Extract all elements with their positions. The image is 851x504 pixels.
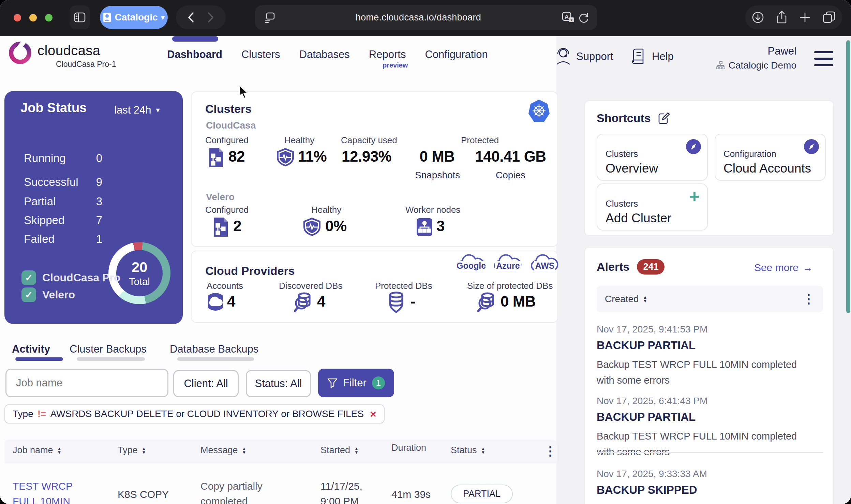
reload-icon[interactable] (578, 12, 590, 24)
healthy-label: Healthy (284, 135, 314, 146)
started-cell: 11/17/25, 9:00 PM (320, 479, 375, 504)
alert-item[interactable]: Nov 17, 2025, 6:41:43 PM BACKUP PARTIAL … (597, 396, 815, 460)
column-header-started[interactable]: Started▲▼ (320, 445, 359, 456)
status-filter-button[interactable]: Status: All (246, 370, 311, 397)
tab-underline (177, 357, 254, 361)
alerts-card: Alerts 241 See more→ Created ▲▼ ⋮ Nov 17… (584, 247, 834, 504)
browser-profile-button[interactable]: Catalogic ▾ (100, 6, 168, 29)
copies-label: Copies (474, 170, 547, 181)
nav-reports[interactable]: Reports preview (369, 48, 406, 61)
chip-close-icon[interactable]: × (370, 408, 376, 420)
column-header-type[interactable]: Type▲▼ (118, 445, 146, 456)
tab-cluster-backups[interactable]: Cluster Backups (70, 343, 147, 355)
size-protected-dbs-icon (477, 292, 496, 312)
clusters-card-title: Clusters (205, 102, 252, 116)
velero-configured-label: Configured (205, 205, 249, 215)
alert-item[interactable]: Nov 17, 2025, 9:33:33 AM BACKUP SKIPPED … (597, 469, 828, 504)
tab-database-backups[interactable]: Database Backups (170, 343, 258, 355)
translate-icon[interactable]: A x (561, 11, 575, 24)
shortcut-add-cluster[interactable]: + Clusters Add Cluster (597, 183, 708, 231)
svg-text:A: A (565, 14, 569, 20)
worker-nodes-value: 3 (436, 218, 445, 235)
discovered-dbs-icon (294, 292, 313, 312)
provider-icons-group: Google Azure AWS (456, 254, 560, 271)
shortcut-clusters-overview[interactable]: Clusters Overview (597, 134, 708, 181)
type-cell: K8S COPY (118, 487, 169, 502)
check-icon: ✓ (21, 270, 36, 285)
cluster-configured-icon (212, 217, 230, 237)
engine-toggle-velero[interactable]: ✓ Velero (21, 287, 75, 302)
support-button[interactable]: Support (555, 48, 613, 65)
sidebar-icon (74, 12, 86, 23)
alerts-menu-kebab-icon[interactable]: ⋮ (803, 292, 815, 306)
time-range-selector[interactable]: last 24h▾ (114, 104, 160, 116)
velero-section-label: Velero (206, 192, 235, 203)
client-filter-button[interactable]: Client: All (173, 370, 239, 397)
job-name-input[interactable] (5, 369, 168, 397)
healthy-shield-icon (303, 217, 321, 237)
active-nav-indicator (172, 36, 218, 42)
maximize-window-button[interactable] (45, 14, 53, 21)
stat-skipped: Skipped7 (24, 214, 102, 227)
forward-button[interactable] (207, 12, 214, 23)
nav-dashboard[interactable]: Dashboard (167, 48, 222, 61)
copies-value: 140.41 GB (474, 148, 547, 165)
filter-button[interactable]: Filter 1 (318, 369, 394, 397)
share-button[interactable] (776, 11, 788, 24)
filter-chip[interactable]: Type != AWSRDS BACKUP DELETE or CLOUD IN… (4, 404, 385, 424)
org-tree-icon (716, 61, 725, 70)
address-bar[interactable]: home.cloudcasa.io/dashboard A x (255, 5, 597, 30)
reader-view-icon[interactable] (264, 12, 275, 24)
nav-clusters[interactable]: Clusters (241, 48, 280, 61)
stat-partial: Partial3 (24, 195, 102, 208)
sort-created[interactable]: Created (605, 294, 639, 305)
shortcut-cloud-accounts[interactable]: Configuration Cloud Accounts (715, 134, 826, 181)
minimize-window-button[interactable] (29, 14, 37, 21)
alert-item[interactable]: Nov 17, 2025, 9:41:53 PM BACKUP PARTIAL … (597, 324, 815, 388)
sidebar-toggle-button[interactable] (70, 5, 90, 29)
tab-overview-button[interactable] (822, 11, 836, 24)
divider (597, 452, 823, 453)
see-more-link[interactable]: See more→ (754, 262, 813, 273)
logo-block[interactable]: cloudcasa CloudCasa Pro-1 (38, 43, 116, 69)
new-tab-button[interactable] (799, 12, 811, 23)
support-headset-icon (555, 48, 571, 65)
column-header-job-name[interactable]: Job name▲▼ (13, 445, 61, 456)
cloud-providers-title: Cloud Providers (205, 264, 295, 278)
hamburger-menu-button[interactable] (814, 51, 833, 66)
help-button[interactable]: Help (631, 48, 674, 65)
nav-configuration[interactable]: Configuration (425, 48, 488, 61)
close-window-button[interactable] (14, 14, 21, 21)
logo-subtitle: CloudCasa Pro-1 (56, 60, 116, 69)
page-scrollbar[interactable] (846, 40, 850, 313)
engine-toggle-cloudcasa-pro[interactable]: ✓ CloudCasa Pro (21, 270, 120, 285)
user-menu[interactable]: Pawel Catalogic Demo (702, 45, 796, 71)
nav-databases[interactable]: Databases (299, 48, 350, 61)
cloudcasa-logo-icon[interactable] (9, 42, 31, 64)
capacity-used-value: 12.93% (342, 148, 391, 165)
donut-total-label: Total (129, 276, 150, 287)
velero-healthy-value: 0% (325, 218, 347, 235)
table-menu-kebab-icon[interactable]: ⋮ (544, 444, 556, 458)
check-icon: ✓ (21, 287, 36, 302)
downloads-button[interactable] (751, 11, 764, 24)
column-header-status[interactable]: Status▲▼ (451, 445, 485, 456)
size-protected-dbs-value: 0 MB (501, 293, 536, 310)
tab-activity[interactable]: Activity (12, 343, 50, 355)
cloudcasa-section-label: CloudCasa (206, 120, 256, 131)
job-status-card: Job Status last 24h▾ Running0 Successful… (4, 91, 183, 324)
browser-chrome: Catalogic ▾ home.cloudcasa.io/dashboard … (0, 0, 851, 36)
edit-shortcuts-icon[interactable] (657, 111, 671, 125)
job-name-link[interactable]: TEST WRCP FULL 10MIN (13, 479, 94, 504)
url-text: home.cloudcasa.io/dashboard (275, 12, 561, 23)
sort-icon[interactable]: ▲▼ (643, 295, 647, 303)
help-label: Help (652, 50, 674, 63)
profile-label: Catalogic (115, 12, 158, 23)
toolbar-actions-group (745, 5, 842, 29)
filter-count-badge: 1 (372, 376, 385, 389)
logo-title: cloudcasa (38, 43, 116, 58)
column-header-message[interactable]: Message▲▼ (200, 445, 246, 456)
back-button[interactable] (188, 12, 194, 23)
column-header-duration[interactable]: Duration (391, 443, 426, 453)
job-status-title: Job Status (20, 101, 87, 115)
